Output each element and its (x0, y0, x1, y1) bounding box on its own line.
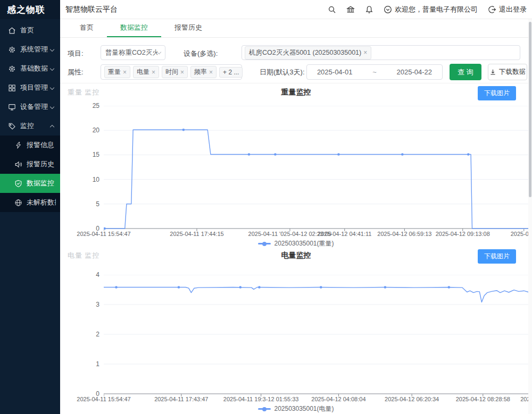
y-tick-label: 25 (75, 102, 99, 109)
attribute-label: 属性: (68, 67, 84, 77)
sidebar-item-系统管理[interactable]: 系统管理 (0, 40, 60, 59)
gear-icon (8, 46, 16, 54)
date-separator: ~ (372, 68, 377, 76)
scrollbar-track[interactable] (528, 19, 532, 414)
chevron-down-icon (157, 49, 161, 54)
sidebar-item-首页[interactable]: 首页 (0, 21, 60, 40)
y-tick-label: 20 (75, 126, 99, 134)
legend-line-marker (258, 243, 271, 244)
tab-报警历史[interactable]: 报警历史 (161, 19, 215, 37)
y-tick-label: 15 (75, 151, 99, 158)
sidebar-item-label: 系统管理 (20, 45, 51, 54)
tab-首页[interactable]: 首页 (66, 19, 107, 37)
chevron-down-icon (50, 86, 54, 90)
sidebar-subitem-label: 未解析数据 (27, 198, 56, 207)
project-label: 项目: (68, 49, 84, 58)
sidebar-item-label: 项目管理 (20, 83, 51, 92)
tag-monitor-icon (8, 122, 16, 130)
logout-icon (488, 5, 496, 14)
attribute-tag-label: 频率 (194, 67, 207, 77)
x-tick-label: 2025-04-12 09:13:08 (436, 231, 490, 237)
attribute-tag-close-icon[interactable]: × (180, 69, 184, 75)
search-icon[interactable] (328, 5, 336, 14)
bank-icon[interactable] (346, 5, 355, 14)
device-tag-close-icon[interactable]: × (363, 49, 367, 56)
device-tag: 机房CO2灭火器5001 (202503035001) × (245, 46, 371, 60)
project-select-value: 普量称重CO2灭火器 (105, 48, 157, 57)
project-select[interactable]: 普量称重CO2灭火器 (101, 45, 165, 60)
main-content: 项目: 普量称重CO2灭火器 设备(多选): 机房CO2灭火器5001 (202… (60, 38, 532, 414)
globe-icon (14, 199, 22, 207)
sidebar-item-label: 设备管理 (20, 102, 51, 112)
welcome-text: 欢迎您，普量电子有限公司 (395, 5, 478, 14)
bell-icon[interactable] (365, 5, 373, 14)
weight-chart-card: 重量 监控 重量监控 下载图片 05101520252025-04-11 15:… (60, 83, 532, 247)
chart-legend[interactable]: 202503035001(电量) (60, 404, 532, 413)
chart-canvas[interactable] (104, 275, 532, 397)
download-image-button[interactable]: 下载图片 (478, 86, 516, 100)
top-header: 智慧物联云平台 欢迎您，普量电子有限公司 退出登录 (60, 0, 532, 19)
sidebar-subitem-label: 报警历史 (27, 159, 56, 169)
sidebar-subitem-未解析数据[interactable]: 未解析数据 (0, 193, 60, 212)
sidebar-submenu: 报警信息报警历史数据监控未解析数据 (0, 136, 60, 212)
sidebar-item-基础数据[interactable]: 基础数据 (0, 59, 60, 78)
date-label: 日期(默认3天): (260, 67, 305, 77)
shield-check-icon (14, 180, 22, 188)
x-tick-label: 2025-04-11 15:54:47 (77, 231, 130, 237)
sidebar-item-label: 基础数据 (20, 64, 51, 73)
sidebar-item-设备管理[interactable]: 设备管理 (0, 97, 60, 116)
y-tick-label: 3 (75, 301, 99, 308)
device-tag-label: 机房CO2灭火器5001 (202503035001) (249, 48, 361, 57)
download-data-button[interactable]: 下载数据 (488, 64, 527, 80)
sidebar-subitem-数据监控[interactable]: 数据监控 (0, 174, 60, 193)
battery-chart-card: 电量 监控 电量监控 下载图片 012342025-04-11 15:54:47… (60, 247, 532, 414)
x-tick-label: 2025-04-12 04:41:11 (318, 231, 371, 237)
legend-label: 202503035001(电量) (274, 404, 334, 413)
grid-icon (8, 84, 16, 92)
sidebar-item-项目管理[interactable]: 项目管理 (0, 78, 60, 97)
page-title: 智慧物联云平台 (65, 5, 118, 14)
attribute-tag-close-icon[interactable]: × (209, 69, 213, 75)
home-icon (8, 27, 16, 35)
x-tick-label: 2025-04-12 06:20:34 (385, 396, 439, 402)
tab-数据监控[interactable]: 数据监控 (107, 19, 161, 37)
download-image-button[interactable]: 下载图片 (478, 249, 516, 264)
gear-icon (8, 65, 16, 73)
y-tick-label: 1 (75, 360, 99, 368)
attribute-multiselect[interactable]: 重量×电量×时间×频率×+ 2 ... (101, 64, 242, 80)
chart-title: 重量监控 (60, 88, 532, 97)
logout-button[interactable]: 退出登录 (488, 5, 527, 14)
legend-dot-marker (262, 407, 267, 411)
chevron-down-icon (50, 47, 54, 52)
date-range-picker[interactable]: 2025-04-01 ~ 2025-04-22 (306, 64, 443, 80)
attribute-tag-频率: 频率× (190, 66, 217, 78)
download-data-label: 下载数据 (499, 67, 526, 77)
device-label: 设备(多选): (184, 49, 218, 58)
sidebar-subitem-label: 数据监控 (27, 179, 56, 188)
attribute-tag-label: 时间 (165, 67, 178, 77)
date-start-input[interactable]: 2025-04-01 (317, 68, 353, 76)
attribute-tag-label: 电量 (137, 67, 149, 77)
device-multiselect[interactable]: 机房CO2灭火器5001 (202503035001) × (242, 45, 520, 60)
attribute-tag-close-icon[interactable]: × (152, 69, 155, 75)
x-tick-label: 2025-04-11 19:3-12 01:55:33 (223, 396, 299, 402)
sidebar-subitem-报警信息[interactable]: 报警信息 (0, 136, 60, 155)
x-tick-label: 2025-04-12 06:59:13 (377, 231, 431, 237)
download-icon (489, 69, 496, 75)
user-menu[interactable]: 欢迎您，普量电子有限公司 (384, 5, 478, 14)
x-tick-label: 2025-04-11 15:54:47 (77, 396, 130, 402)
attribute-tag-电量: 电量× (133, 66, 159, 78)
attribute-tag-label: 重量 (108, 67, 121, 77)
attribute-tag-close-icon[interactable]: × (123, 69, 127, 75)
query-button[interactable]: 查 询 (450, 64, 481, 80)
x-tick-label: 2025-04-12 08:28:58 (456, 396, 510, 402)
chart-canvas[interactable] (104, 106, 532, 232)
chart-title: 电量监控 (60, 251, 532, 260)
logout-label: 退出登录 (499, 5, 527, 14)
attribute-overflow-tag[interactable]: + 2 ... (219, 67, 243, 78)
y-tick-label: 2 (75, 331, 99, 338)
scrollbar-thumb[interactable] (529, 22, 531, 197)
sidebar-subitem-报警历史[interactable]: 报警历史 (0, 155, 60, 174)
sidebar-item-监控[interactable]: 监控 (0, 116, 60, 136)
date-end-input[interactable]: 2025-04-22 (397, 68, 433, 76)
